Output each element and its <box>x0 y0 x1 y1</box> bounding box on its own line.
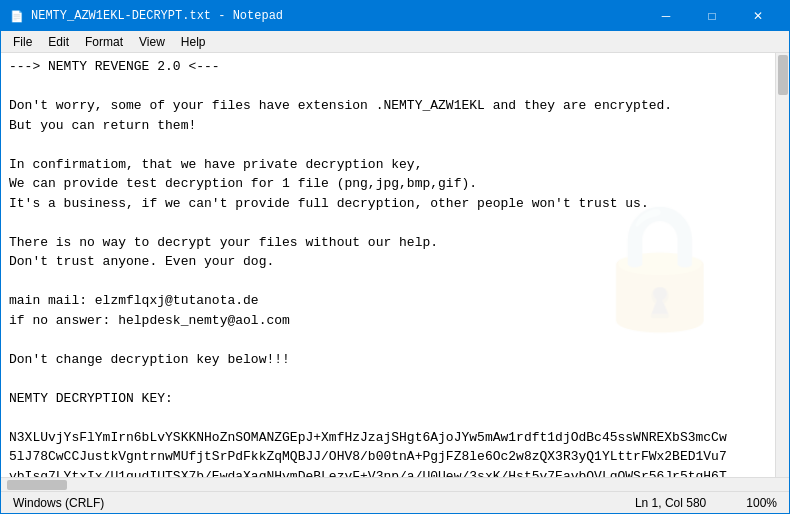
app-icon: 📄 <box>9 8 25 24</box>
menu-file[interactable]: File <box>5 33 40 51</box>
title-bar: 📄 NEMTY_AZW1EKL-DECRYPT.txt - Notepad ─ … <box>1 1 789 31</box>
title-bar-controls: ─ □ ✕ <box>643 1 781 31</box>
bottom-area: Windows (CRLF) Ln 1, Col 580 100% <box>1 477 789 513</box>
encoding-status: Windows (CRLF) <box>13 496 104 510</box>
status-right: Ln 1, Col 580 100% <box>635 496 777 510</box>
maximize-button[interactable]: □ <box>689 1 735 31</box>
status-left: Windows (CRLF) <box>13 496 104 510</box>
close-button[interactable]: ✕ <box>735 1 781 31</box>
content-wrap[interactable]: 🔒 ---> NEMTY REVENGE 2.0 <--- Don't worr… <box>1 53 775 477</box>
vertical-scrollbar[interactable] <box>775 53 789 477</box>
menu-format[interactable]: Format <box>77 33 131 51</box>
notepad-window: 📄 NEMTY_AZW1EKL-DECRYPT.txt - Notepad ─ … <box>0 0 790 514</box>
hscrollbar-thumb[interactable] <box>7 480 67 490</box>
menu-help[interactable]: Help <box>173 33 214 51</box>
editor-content[interactable]: ---> NEMTY REVENGE 2.0 <--- Don't worry,… <box>9 57 767 477</box>
line-col-status: Ln 1, Col 580 <box>635 496 706 510</box>
menu-edit[interactable]: Edit <box>40 33 77 51</box>
menu-view[interactable]: View <box>131 33 173 51</box>
editor-area: 🔒 ---> NEMTY REVENGE 2.0 <--- Don't worr… <box>1 53 789 477</box>
horizontal-scrollbar[interactable] <box>1 477 789 491</box>
menu-bar: File Edit Format View Help <box>1 31 789 53</box>
scrollbar-thumb[interactable] <box>778 55 788 95</box>
title-bar-left: 📄 NEMTY_AZW1EKL-DECRYPT.txt - Notepad <box>9 8 283 24</box>
zoom-status: 100% <box>746 496 777 510</box>
status-bar: Windows (CRLF) Ln 1, Col 580 100% <box>1 491 789 513</box>
minimize-button[interactable]: ─ <box>643 1 689 31</box>
window-title: NEMTY_AZW1EKL-DECRYPT.txt - Notepad <box>31 9 283 23</box>
